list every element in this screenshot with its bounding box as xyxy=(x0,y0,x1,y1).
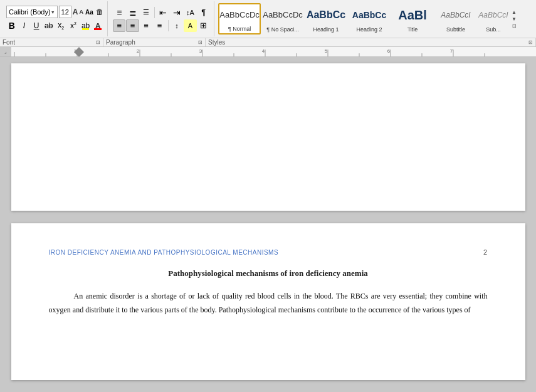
page-2[interactable]: IRON DEFICIENCY ANEMIA AND PATHOPHYSIOLO… xyxy=(11,223,525,380)
svg-text:2: 2 xyxy=(137,48,140,54)
font-name-value: Calibri (Body) xyxy=(9,8,51,16)
header-text: IRON DEFICIENCY ANEMIA AND PATHOPHYSIOLO… xyxy=(49,249,279,256)
paragraph-expand-icon[interactable]: ⊡ xyxy=(198,40,202,45)
chevron-up-icon: ▲ xyxy=(512,9,517,15)
styles-expand-icon[interactable]: ⊡ xyxy=(528,40,533,45)
clear-format-btn[interactable]: 🗑 xyxy=(95,6,104,18)
style-sub2-label: Sub... xyxy=(486,26,501,33)
bullets-btn[interactable]: ≡ xyxy=(113,6,125,19)
style-heading1-preview: AaBbCc xyxy=(307,5,345,25)
font-size-box[interactable]: 12 xyxy=(59,6,71,18)
styles-label-text: Styles xyxy=(208,39,225,46)
font-row2: B I U ab x2 xyxy=(6,19,103,32)
style-heading1[interactable]: AaBbCc Heading 1 xyxy=(305,3,347,34)
bold-btn[interactable]: B xyxy=(6,19,18,32)
highlight-btn[interactable]: ab xyxy=(80,19,92,32)
strikethrough-btn[interactable]: ab xyxy=(43,19,55,32)
style-sub2-preview: AaBbCcI xyxy=(478,5,508,25)
underline-btn[interactable]: U xyxy=(31,19,42,32)
decrease-indent-btn[interactable]: ⇤ xyxy=(157,6,169,19)
numbering-btn[interactable]: ≣ xyxy=(126,6,139,19)
font-expand-icon[interactable]: ⊡ xyxy=(96,40,100,45)
style-no-spacing-label: ¶ No Spaci... xyxy=(266,26,298,33)
font-color-bar xyxy=(94,28,102,30)
font-group-label[interactable]: Font ⊡ xyxy=(0,38,103,46)
superscript-icon: x2 xyxy=(70,21,76,30)
ruler-corner: ⌟ xyxy=(0,47,11,56)
svg-text:4: 4 xyxy=(262,48,265,54)
change-case-btn[interactable]: Aa xyxy=(85,6,94,18)
font-row1: Calibri (Body) ▼ 12 A A Aa 🗑 xyxy=(6,6,103,18)
ribbon-toolbar: Calibri (Body) ▼ 12 A A Aa 🗑 B xyxy=(0,0,536,47)
style-normal-label: ¶ Normal xyxy=(228,26,251,32)
bold-icon: B xyxy=(9,21,15,31)
paragraph-label-text: Paragraph xyxy=(106,39,135,46)
section-labels: Font ⊡ Paragraph ⊡ Styles ⊡ xyxy=(0,38,536,46)
ruler-svg: 1 2 3 4 5 6 7 xyxy=(11,47,536,57)
italic-btn[interactable]: I xyxy=(19,19,30,32)
subscript-btn[interactable]: x2 xyxy=(56,19,67,32)
justify-btn[interactable]: ≡ xyxy=(153,19,166,32)
style-normal-preview: AaBbCcDc xyxy=(219,6,260,24)
page-body[interactable]: An anemic disorder is a shortage of or l… xyxy=(49,290,488,317)
line-spacing-btn[interactable]: ↕ xyxy=(171,19,183,32)
font-group-content: Calibri (Body) ▼ 12 A A Aa 🗑 B xyxy=(6,3,103,35)
borders-btn[interactable]: ⊞ xyxy=(197,19,210,32)
shading-btn[interactable]: A xyxy=(184,19,196,32)
font-name-box[interactable]: Calibri (Body) ▼ xyxy=(6,6,58,18)
paragraph-group: ≡ ≣ ☰ ⇤ ⇥ ↕A ¶ ≡ ≡ ≡ ≡ xyxy=(109,1,214,36)
separator2 xyxy=(168,20,169,31)
page-title-text: Pathophysiological mechanisms of iron de… xyxy=(168,268,368,278)
style-title-label: Title xyxy=(407,26,418,33)
style-no-spacing[interactable]: AaBbCcDc ¶ No Spaci... xyxy=(261,3,304,34)
document-area: IRON DEFICIENCY ANEMIA AND PATHOPHYSIOLO… xyxy=(0,57,536,386)
italic-icon: I xyxy=(23,21,25,30)
align-left-btn[interactable]: ≡ xyxy=(113,19,125,32)
style-no-spacing-preview: AaBbCcDc xyxy=(263,5,303,25)
page-header: IRON DEFICIENCY ANEMIA AND PATHOPHYSIOLO… xyxy=(49,248,488,256)
ruler: ⌟ xyxy=(0,47,536,57)
font-name-dropdown[interactable]: ▼ xyxy=(51,10,55,14)
page-number: 2 xyxy=(483,248,488,256)
style-title[interactable]: AaBl Title xyxy=(391,3,434,34)
align-center-btn[interactable]: ≡ xyxy=(126,19,139,32)
style-subtitle-label: Subtitle xyxy=(446,26,465,33)
align-right-btn[interactable]: ≡ xyxy=(140,19,152,32)
chevron-down-icon: ▼ xyxy=(512,16,517,22)
font-label-text: Font xyxy=(3,39,15,46)
style-sub2[interactable]: AaBbCcI Sub... xyxy=(478,3,509,34)
increase-indent-btn[interactable]: ⇥ xyxy=(171,6,183,19)
page-title: Pathophysiological mechanisms of iron de… xyxy=(49,268,488,278)
styles-row: AaBbCcDc ¶ Normal AaBbCcDc ¶ No Spaci...… xyxy=(216,1,533,36)
ruler-corner-icon: ⌟ xyxy=(4,49,7,55)
multilevel-list-btn[interactable]: ☰ xyxy=(140,6,152,19)
subscript-icon: x2 xyxy=(58,21,64,30)
underline-icon: U xyxy=(34,21,39,30)
style-normal[interactable]: AaBbCcDc ¶ Normal xyxy=(218,3,261,34)
sort-btn[interactable]: ↕A xyxy=(184,6,196,19)
style-title-preview: AaBl xyxy=(398,5,427,25)
svg-text:6: 6 xyxy=(387,48,391,54)
font-size-increase-btn[interactable]: A xyxy=(73,6,78,18)
svg-text:5: 5 xyxy=(325,48,328,54)
styles-scroll-up-btn[interactable]: ▲ ▼ ⊡ xyxy=(510,9,518,29)
style-heading2-label: Heading 2 xyxy=(356,26,382,33)
show-formatting-btn[interactable]: ¶ xyxy=(197,6,210,19)
font-color-btn[interactable]: A xyxy=(92,19,103,32)
superscript-btn[interactable]: x2 xyxy=(68,19,79,32)
strikethrough-icon: ab xyxy=(45,21,53,30)
font-size-decrease-btn[interactable]: A xyxy=(80,6,84,18)
style-heading2-preview: AaBbCc xyxy=(352,5,386,25)
paragraph-group-content: ≡ ≣ ☰ ⇤ ⇥ ↕A ¶ ≡ ≡ ≡ ≡ xyxy=(113,3,210,35)
styles-group: AaBbCcDc ¶ Normal AaBbCcDc ¶ No Spaci...… xyxy=(216,1,533,36)
paragraph-group-label[interactable]: Paragraph ⊡ xyxy=(103,38,206,46)
body-paragraph: An anemic disorder is a shortage of or l… xyxy=(49,290,488,317)
expand-styles-icon: ⊡ xyxy=(512,23,517,29)
page-1 xyxy=(11,63,525,211)
ruler-track: 1 2 3 4 5 6 7 xyxy=(11,47,536,56)
ribbon-row: Calibri (Body) ▼ 12 A A Aa 🗑 B xyxy=(0,0,536,38)
style-heading2[interactable]: AaBbCc Heading 2 xyxy=(348,3,391,34)
styles-group-label[interactable]: Styles ⊡ xyxy=(206,38,536,46)
style-subtitle[interactable]: AaBbCcI Subtitle xyxy=(434,3,477,34)
style-heading1-label: Heading 1 xyxy=(313,26,339,33)
